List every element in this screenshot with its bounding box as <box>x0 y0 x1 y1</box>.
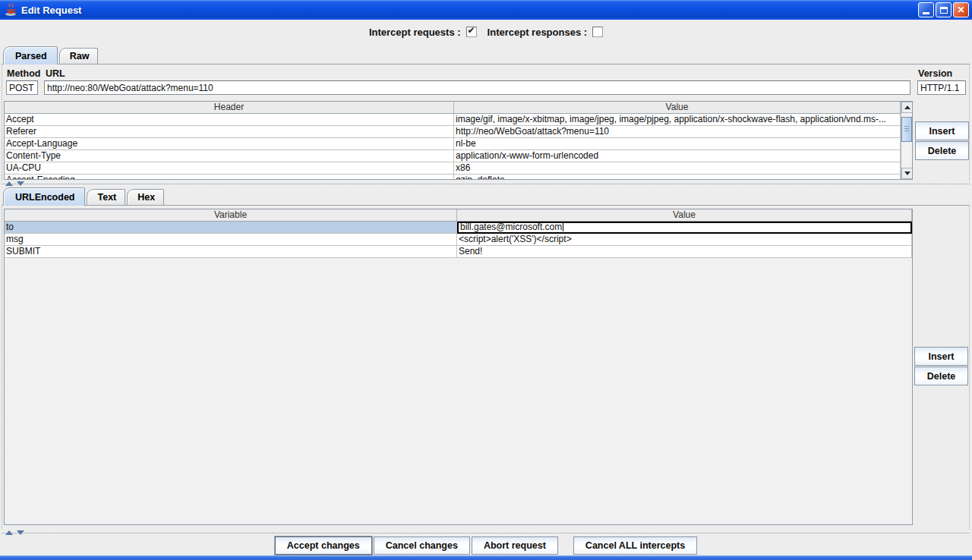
header-value-cell[interactable]: http://neo/WebGoat/attack?menu=110 <box>454 126 901 138</box>
action-cancel-changes-button[interactable]: Cancel changes <box>374 536 470 555</box>
close-icon: ✕ <box>957 5 964 15</box>
tab-parsed[interactable]: Parsed <box>3 46 58 64</box>
param-name-cell[interactable]: msg <box>5 234 457 246</box>
param-row[interactable]: tobill.gates@microsoft.com <box>5 222 912 234</box>
java-coffee-icon <box>4 3 17 17</box>
header-row[interactable]: Accept-Encodinggzip, deflate <box>5 175 901 179</box>
params-table: VariableValue tobill.gates@microsoft.com… <box>5 209 912 524</box>
action-accept-changes-button[interactable]: Accept changes <box>275 536 372 555</box>
scroll-down-button[interactable] <box>901 168 913 179</box>
tab-text[interactable]: Text <box>87 189 125 205</box>
content-panel: VariableValue tobill.gates@microsoft.com… <box>2 205 970 530</box>
headers-column-header-header[interactable]: Header <box>5 102 454 114</box>
header-row[interactable]: Content-Typeapplication/x-www-form-urlen… <box>5 150 901 162</box>
window-title: Edit Request <box>21 5 81 16</box>
param-row[interactable]: SUBMITSend! <box>5 246 912 258</box>
window-controls: ✕ <box>918 2 969 17</box>
action-cancel-all-intercepts-button[interactable]: Cancel ALL intercepts <box>573 536 697 555</box>
minimize-icon <box>923 12 929 14</box>
headers-scrollpane: HeaderValue Acceptimage/gif, image/x-xbi… <box>4 101 913 180</box>
params-column-header-value[interactable]: Value <box>457 209 912 222</box>
arrow-up-icon <box>904 105 910 109</box>
param-name-cell[interactable]: SUBMIT <box>5 246 457 258</box>
header-value-cell[interactable]: x86 <box>454 162 901 175</box>
intercept-bar: Intercept requests : Intercept responses… <box>0 20 972 44</box>
header-value-cell[interactable]: application/x-www-form-urlencoded <box>454 150 901 162</box>
tab-hex[interactable]: Hex <box>127 189 164 205</box>
scroll-up-button[interactable] <box>901 102 913 113</box>
headers-column-header-value[interactable]: Value <box>454 102 901 114</box>
content-tabs: URLEncodedTextHex <box>3 187 166 205</box>
close-button[interactable]: ✕ <box>953 2 969 17</box>
params-table-head: VariableValue <box>5 209 912 222</box>
header-name-cell[interactable]: Referer <box>5 126 454 138</box>
params-insert-button[interactable]: Insert <box>914 347 968 366</box>
titlebar[interactable]: Edit Request ✕ <box>0 0 972 20</box>
maximize-button[interactable] <box>936 2 951 17</box>
header-row[interactable]: Accept-Languagenl-be <box>5 138 901 150</box>
headers-insert-button[interactable]: Insert <box>915 121 969 140</box>
method-field[interactable] <box>6 80 38 95</box>
intercept-responses-label: Intercept responses : <box>488 27 588 38</box>
edit-request-window: Edit Request ✕ Intercept requests : Inte… <box>0 0 972 560</box>
version-field[interactable] <box>917 80 966 95</box>
request-tabs: ParsedRaw <box>3 46 99 64</box>
maximize-icon <box>940 7 948 14</box>
headers-scrollbar[interactable] <box>901 102 912 179</box>
header-name-cell[interactable]: Accept <box>5 114 454 126</box>
headers-table: HeaderValue Acceptimage/gif, image/x-xbi… <box>5 102 901 179</box>
action-bar: Accept changesCancel changesAbort reques… <box>0 536 972 555</box>
minimize-button[interactable] <box>918 2 934 17</box>
params-scrollpane: VariableValue tobill.gates@microsoft.com… <box>4 209 913 525</box>
collapse-up-icon[interactable] <box>5 530 13 535</box>
params-column-header-variable[interactable]: Variable <box>5 209 457 222</box>
header-row[interactable]: Refererhttp://neo/WebGoat/attack?menu=11… <box>5 126 901 138</box>
request-panel: Method URL Version HeaderValue Acceptima… <box>2 64 970 181</box>
text-caret <box>563 223 563 231</box>
header-name-cell[interactable]: Accept-Language <box>5 138 454 150</box>
param-value-cell[interactable]: Send! <box>457 246 912 258</box>
url-field[interactable] <box>44 80 910 95</box>
intercept-responses-checkbox[interactable] <box>592 27 603 37</box>
scrollbar-thumb[interactable] <box>901 117 912 142</box>
action-abort-request-button[interactable]: Abort request <box>472 536 558 555</box>
split-divider-top[interactable] <box>2 181 970 187</box>
params-delete-button[interactable]: Delete <box>914 367 968 385</box>
param-value-cell[interactable]: bill.gates@microsoft.com <box>457 222 912 234</box>
param-row[interactable]: msg<script>alert('XSS')</script> <box>5 234 912 246</box>
window-bottom-border <box>0 555 972 560</box>
tab-raw[interactable]: Raw <box>59 48 99 64</box>
method-label: Method <box>7 68 40 79</box>
headers-table-head: HeaderValue <box>5 102 901 114</box>
header-value-cell[interactable]: nl-be <box>454 138 901 150</box>
collapse-up-icon[interactable] <box>5 181 13 186</box>
header-row[interactable]: Acceptimage/gif, image/x-xbitmap, image/… <box>5 114 901 126</box>
version-label: Version <box>918 68 952 79</box>
intercept-requests-label: Intercept requests : <box>369 27 461 38</box>
split-divider-bottom[interactable] <box>2 530 970 536</box>
header-name-cell[interactable]: UA-CPU <box>5 162 454 175</box>
tab-urlencoded[interactable]: URLEncoded <box>3 187 85 206</box>
intercept-requests-checkbox[interactable] <box>466 27 477 37</box>
url-label: URL <box>46 68 65 79</box>
header-name-cell[interactable]: Content-Type <box>5 150 454 162</box>
param-name-cell[interactable]: to <box>5 222 457 234</box>
arrow-down-icon <box>904 171 910 175</box>
header-value-cell[interactable]: gzip, deflate <box>454 175 901 179</box>
collapse-down-icon[interactable] <box>17 181 24 186</box>
header-row[interactable]: UA-CPUx86 <box>5 162 901 175</box>
param-value-cell[interactable]: <script>alert('XSS')</script> <box>457 234 912 246</box>
header-value-cell[interactable]: image/gif, image/x-xbitmap, image/jpeg, … <box>454 114 901 126</box>
header-name-cell[interactable]: Accept-Encoding <box>5 175 454 179</box>
cell-editor-text: bill.gates@microsoft.com <box>460 222 562 232</box>
collapse-down-icon[interactable] <box>17 530 24 535</box>
headers-delete-button[interactable]: Delete <box>915 141 969 160</box>
